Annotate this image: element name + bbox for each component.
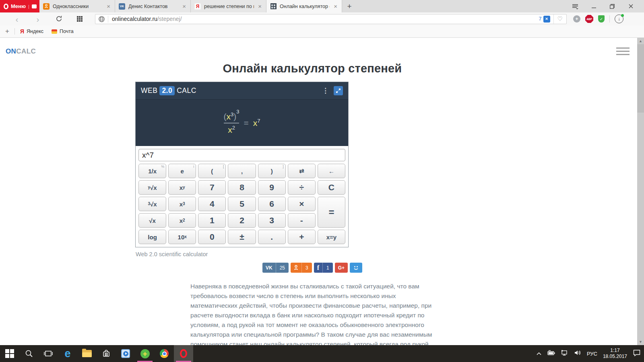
speed-dial-icon[interactable] <box>69 15 90 23</box>
key-plus[interactable]: + <box>288 230 316 244</box>
tab-close-icon[interactable]: × <box>106 3 111 10</box>
key-decimal-point[interactable]: . <box>258 230 286 244</box>
key-swap[interactable]: ⇄ <box>288 164 316 178</box>
browser-menu-icon[interactable] <box>566 0 584 12</box>
taskbar-task-view-icon[interactable] <box>39 345 58 362</box>
bookmark-mail[interactable]: Почта <box>52 29 74 34</box>
page-scrollbar[interactable]: ▲ ▼ <box>637 38 644 345</box>
key-log[interactable]: log <box>138 230 166 244</box>
key-nine[interactable]: 9 <box>258 180 286 195</box>
key-x-squared[interactable]: x2 <box>168 213 196 228</box>
tab-vk[interactable]: VKДенис Контактов× <box>115 0 191 12</box>
site-logo[interactable]: ONCALC <box>6 47 36 56</box>
security-extension-icon[interactable]: ✓ <box>598 15 605 23</box>
site-hamburger-icon[interactable] <box>616 47 630 57</box>
key-y-root-x[interactable]: y√x <box>138 180 166 195</box>
scrollbar-thumb[interactable] <box>637 44 644 113</box>
download-manager-icon[interactable]: ↓ <box>615 14 623 23</box>
key-comma[interactable]: , <box>228 164 256 178</box>
tab-close-icon[interactable]: × <box>182 3 187 10</box>
tab-close-icon[interactable]: × <box>257 3 262 10</box>
numerator: (x3)3 <box>224 111 239 121</box>
key-five[interactable]: 5 <box>228 197 256 211</box>
key-x-equals-y[interactable]: x=y <box>318 230 345 244</box>
volume-icon[interactable] <box>574 350 581 358</box>
tab-calculator[interactable]: Онлайн калькулятор степ× <box>266 0 342 12</box>
share-facebook-button[interactable]: f1 <box>314 263 333 273</box>
expand-icon[interactable] <box>334 86 343 95</box>
tray-expand-icon[interactable] <box>536 350 542 357</box>
taskbar-store-icon[interactable] <box>97 345 116 362</box>
taskbar-chrome-icon[interactable] <box>155 345 174 362</box>
taskbar-security-360-icon[interactable]: + <box>135 345 155 362</box>
scroll-down-icon[interactable]: ▼ <box>637 339 644 345</box>
tab-yandex[interactable]: Ярешение степени по шаг× <box>191 0 266 12</box>
key-eight[interactable]: 8 <box>228 180 256 195</box>
calculator-caption: Web 2.0 scientific calculator <box>136 251 489 257</box>
key-open-paren[interactable]: ([ <box>198 164 226 178</box>
key-equals[interactable]: = <box>318 197 345 228</box>
key-cube-root[interactable]: 3√x <box>138 197 166 211</box>
calculator-input[interactable] <box>138 149 345 161</box>
key-minus[interactable]: - <box>288 213 316 228</box>
back-button[interactable]: ‹ <box>6 15 27 23</box>
key-multiply[interactable]: × <box>288 197 316 211</box>
new-tab-button[interactable]: + <box>342 0 357 12</box>
restore-button[interactable] <box>603 0 621 12</box>
key-clear[interactable]: C <box>318 180 345 195</box>
key-backspace[interactable]: ← <box>318 164 345 178</box>
key-close-paren[interactable]: )] <box>258 164 286 178</box>
calculator-favicon <box>270 3 277 10</box>
key-six[interactable]: 6 <box>258 197 286 211</box>
action-center-icon[interactable] <box>633 349 641 358</box>
close-button[interactable] <box>621 0 640 12</box>
url-text[interactable]: onlinecalculator.ru/stepenej/ <box>112 16 539 22</box>
key-three[interactable]: 3 <box>258 213 286 228</box>
reload-button[interactable] <box>48 15 69 23</box>
key-ten-pow-x[interactable]: 10x <box>168 230 196 244</box>
share-odnoklassniki-button[interactable]: 3 <box>291 263 312 273</box>
bookmark-yandex[interactable]: Я Яндекс <box>20 28 43 35</box>
language-indicator[interactable]: РУС <box>587 351 597 357</box>
key-plus-minus[interactable]: ± <box>228 230 256 244</box>
clock[interactable]: 1:1718.05.2017 <box>603 348 627 360</box>
network-icon[interactable] <box>561 350 568 358</box>
share-moi-mir-button[interactable] <box>350 263 362 273</box>
tab-odnoklassniki[interactable]: Одноклассники× <box>39 0 115 12</box>
key-one[interactable]: 1 <box>198 213 226 228</box>
tab-bar: Меню | Одноклассники×VKДенис Контактов×Я… <box>0 0 644 12</box>
taskbar-file-explorer-icon[interactable] <box>77 345 97 362</box>
forward-button[interactable]: › <box>27 15 48 23</box>
key-two[interactable]: 2 <box>228 213 256 228</box>
key-sqrt[interactable]: √x <box>138 213 166 228</box>
key-x-pow-y[interactable]: xy <box>168 180 196 195</box>
page-content: Онлайн калькулятор степеней WEB 2.0 CALC… <box>135 62 489 345</box>
key-euler-e[interactable]: ei <box>168 164 196 178</box>
taskbar-edge-icon[interactable]: e <box>58 345 77 362</box>
share-vk-button[interactable]: VK25 <box>262 263 289 273</box>
share-google-plus-button[interactable]: G+ <box>335 263 348 273</box>
scroll-up-icon[interactable]: ▲ <box>637 38 644 44</box>
taskbar-media-player-icon[interactable] <box>116 345 135 362</box>
opera-menu-button[interactable]: Меню | <box>0 0 39 12</box>
key-reciprocal[interactable]: 1/x% <box>138 164 166 178</box>
sync-extension-icon[interactable]: + <box>573 15 580 23</box>
key-seven[interactable]: 7 <box>198 180 226 195</box>
battery-icon[interactable] <box>547 350 555 358</box>
key-x-cubed[interactable]: x3 <box>168 197 196 211</box>
adblock-extension-icon[interactable]: ABP <box>585 15 593 23</box>
shield-badge-icon[interactable]: ✕ <box>543 16 550 23</box>
bookmark-heart-icon[interactable]: ♡ <box>553 14 566 24</box>
address-bar[interactable]: onlinecalculator.ru/stepenej/ 7 ✕ ♡ <box>95 14 567 24</box>
key-four[interactable]: 4 <box>198 197 226 211</box>
calculator-menu-icon[interactable]: ⋮ <box>317 86 334 95</box>
taskbar-search-icon[interactable] <box>19 345 39 362</box>
tab-close-icon[interactable]: × <box>333 3 338 10</box>
minimize-button[interactable] <box>584 0 603 12</box>
article-paragraph: Наверняка в повседневной жизни вы сталки… <box>190 282 434 345</box>
taskbar-opera-icon[interactable] <box>174 345 193 362</box>
key-zero[interactable]: 0 <box>198 230 226 244</box>
add-bookmark-button[interactable]: + <box>5 27 9 35</box>
taskbar-start-icon[interactable] <box>0 345 19 362</box>
key-divide[interactable]: ÷ <box>288 180 316 195</box>
